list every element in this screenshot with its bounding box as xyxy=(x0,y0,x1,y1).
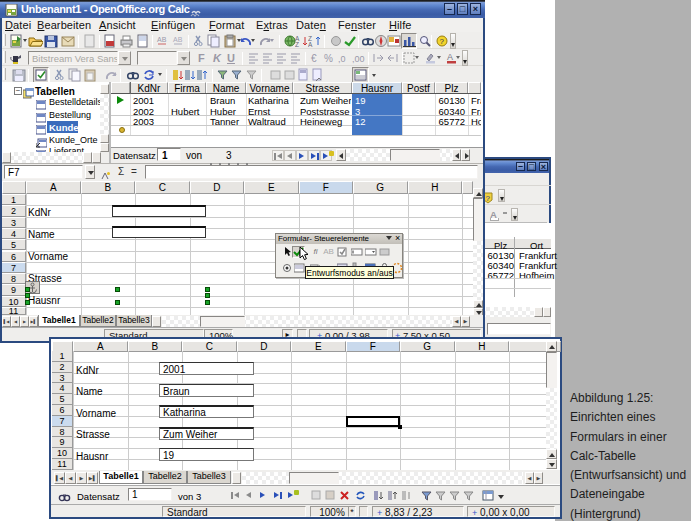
svg-text:€: € xyxy=(311,53,317,64)
svg-text:AB: AB xyxy=(157,36,167,43)
svg-text:AB: AB xyxy=(173,36,183,43)
svg-text:Z: Z xyxy=(295,41,299,48)
svg-text:?: ? xyxy=(486,194,491,203)
svg-text:,00: ,00 xyxy=(352,54,365,64)
svg-text:A: A xyxy=(447,52,453,62)
svg-text:%: % xyxy=(324,53,333,64)
svg-text:A: A xyxy=(308,41,313,48)
svg-text:,0: ,0 xyxy=(338,54,346,64)
svg-text:?: ? xyxy=(440,37,445,46)
